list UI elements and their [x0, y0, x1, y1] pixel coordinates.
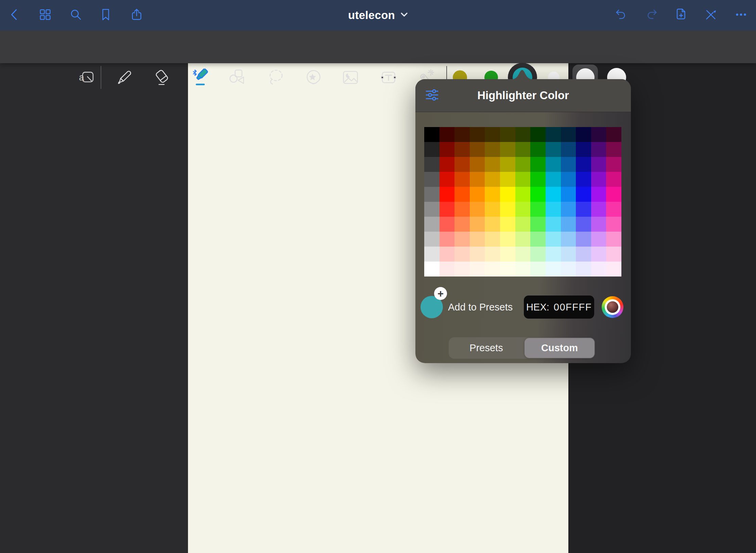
color-cell[interactable]	[576, 232, 591, 247]
color-cell[interactable]	[440, 157, 455, 172]
add-preset-plus-icon[interactable]: +	[434, 287, 447, 300]
color-cell[interactable]	[576, 262, 591, 276]
color-cell[interactable]	[546, 247, 561, 262]
color-cell[interactable]	[606, 217, 621, 232]
color-cell[interactable]	[576, 217, 591, 232]
undo-button[interactable]	[613, 7, 629, 23]
color-cell[interactable]	[424, 172, 440, 187]
color-cell[interactable]	[454, 127, 470, 142]
color-cell[interactable]	[591, 157, 606, 172]
color-cell[interactable]	[515, 247, 531, 262]
color-cell[interactable]	[561, 247, 576, 262]
color-cell[interactable]	[515, 157, 531, 172]
color-cell[interactable]	[515, 202, 531, 217]
pen-tool-button[interactable]	[115, 69, 133, 87]
opacity-settings-button[interactable]	[424, 87, 441, 104]
color-cell[interactable]	[561, 172, 576, 187]
color-cell[interactable]	[440, 172, 455, 187]
color-cell[interactable]	[591, 172, 606, 187]
color-cell[interactable]	[454, 172, 470, 187]
color-cell[interactable]	[591, 187, 606, 202]
color-cell[interactable]	[440, 202, 455, 217]
color-cell[interactable]	[576, 187, 591, 202]
redo-button[interactable]	[644, 7, 659, 23]
color-cell[interactable]	[500, 232, 515, 247]
document-title[interactable]: utelecon	[348, 9, 395, 22]
color-cell[interactable]	[470, 247, 485, 262]
color-cell[interactable]	[591, 232, 606, 247]
color-cell[interactable]	[485, 187, 500, 202]
color-cell[interactable]	[591, 142, 606, 157]
color-cell[interactable]	[561, 262, 576, 276]
color-cell[interactable]	[470, 232, 485, 247]
color-cell[interactable]	[606, 172, 621, 187]
color-cell[interactable]	[591, 217, 606, 232]
color-cell[interactable]	[561, 157, 576, 172]
color-cell[interactable]	[485, 232, 500, 247]
color-cell[interactable]	[546, 127, 561, 142]
color-cell[interactable]	[530, 247, 546, 262]
color-cell[interactable]	[515, 127, 531, 142]
color-cell[interactable]	[440, 187, 455, 202]
color-cell[interactable]	[485, 262, 500, 276]
color-cell[interactable]	[606, 232, 621, 247]
color-cell[interactable]	[424, 247, 440, 262]
color-cell[interactable]	[576, 127, 591, 142]
color-cell[interactable]	[530, 262, 546, 276]
color-cell[interactable]	[530, 232, 546, 247]
back-button[interactable]	[7, 7, 22, 23]
tab-presets[interactable]: Presets	[449, 337, 524, 359]
color-cell[interactable]	[515, 217, 531, 232]
color-cell[interactable]	[485, 157, 500, 172]
color-cell[interactable]	[454, 157, 470, 172]
color-cell[interactable]	[591, 262, 606, 276]
color-cell[interactable]	[546, 172, 561, 187]
color-cell[interactable]	[500, 247, 515, 262]
color-cell[interactable]	[454, 232, 470, 247]
hex-input[interactable]: HEX: 00FFFF	[524, 296, 594, 319]
color-cell[interactable]	[561, 142, 576, 157]
color-cell[interactable]	[576, 157, 591, 172]
color-cell[interactable]	[424, 217, 440, 232]
color-cell[interactable]	[515, 232, 531, 247]
color-cell[interactable]	[470, 157, 485, 172]
color-cell[interactable]	[500, 202, 515, 217]
color-cell[interactable]	[500, 127, 515, 142]
color-cell[interactable]	[454, 262, 470, 276]
color-cell[interactable]	[440, 127, 455, 142]
lasso-tool-button[interactable]	[267, 69, 285, 87]
color-cell[interactable]	[546, 262, 561, 276]
color-cell[interactable]	[530, 142, 546, 157]
color-cell[interactable]	[530, 127, 546, 142]
color-cell[interactable]	[500, 187, 515, 202]
color-cell[interactable]	[576, 142, 591, 157]
color-cell[interactable]	[561, 127, 576, 142]
thumbnails-button[interactable]	[37, 7, 53, 23]
text-tool-button[interactable]	[379, 69, 398, 87]
color-cell[interactable]	[515, 172, 531, 187]
add-page-button[interactable]	[674, 7, 689, 23]
color-cell[interactable]	[606, 142, 621, 157]
color-cell[interactable]	[485, 217, 500, 232]
color-cell[interactable]	[470, 127, 485, 142]
color-cell[interactable]	[454, 142, 470, 157]
color-cell[interactable]	[546, 217, 561, 232]
color-cell[interactable]	[576, 202, 591, 217]
color-cell[interactable]	[500, 172, 515, 187]
image-tool-button[interactable]	[341, 69, 360, 87]
color-cell[interactable]	[424, 187, 440, 202]
sticker-tool-button[interactable]	[304, 69, 322, 87]
color-cell[interactable]	[424, 127, 440, 142]
color-cell[interactable]	[546, 157, 561, 172]
color-cell[interactable]	[546, 142, 561, 157]
color-cell[interactable]	[606, 262, 621, 276]
color-cell[interactable]	[530, 172, 546, 187]
add-to-presets-label[interactable]: Add to Presets	[448, 296, 513, 318]
color-cell[interactable]	[454, 202, 470, 217]
color-cell[interactable]	[470, 142, 485, 157]
color-cell[interactable]	[515, 262, 531, 276]
color-cell[interactable]	[470, 202, 485, 217]
color-cell[interactable]	[546, 232, 561, 247]
color-cell[interactable]	[591, 247, 606, 262]
more-options-button[interactable]	[733, 7, 749, 23]
